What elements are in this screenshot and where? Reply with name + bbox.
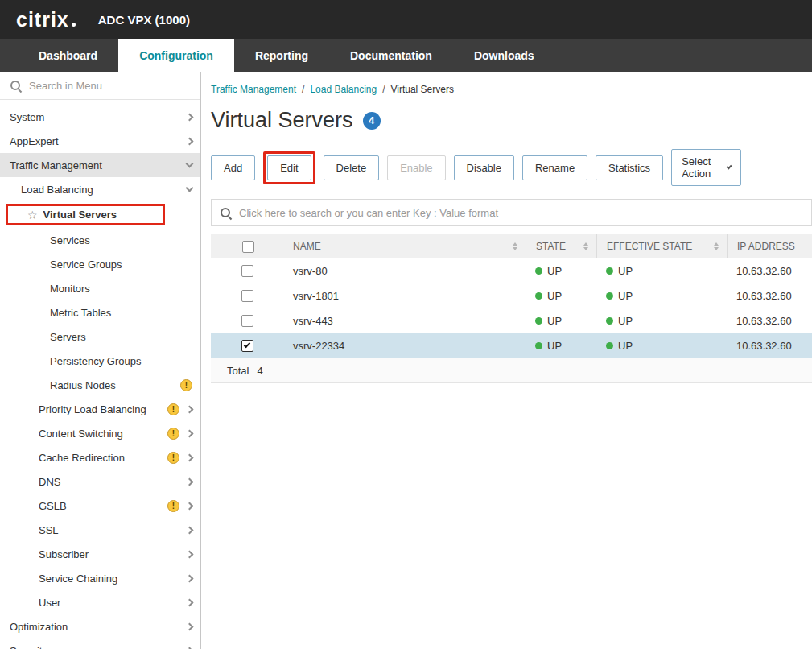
- sidebar-item-security[interactable]: Security: [0, 639, 200, 649]
- cell-ip-address: 10.63.32.60: [727, 265, 812, 277]
- rename-button[interactable]: Rename: [522, 155, 587, 180]
- sidebar-item-label: Servers: [50, 331, 86, 343]
- warning-icon: !: [167, 403, 179, 415]
- sidebar-item-appexpert[interactable]: AppExpert: [0, 129, 200, 153]
- breadcrumb-separator: /: [302, 84, 304, 95]
- tab-documentation[interactable]: Documentation: [329, 39, 453, 72]
- logo-dot-icon: [72, 23, 76, 27]
- search-icon: [220, 207, 232, 219]
- sidebar-item-label: SSL: [39, 524, 59, 536]
- sort-icon: [714, 242, 719, 250]
- row-checkbox[interactable]: [241, 265, 253, 277]
- status-up-dot: [606, 342, 613, 349]
- checkmark-icon: [244, 341, 250, 348]
- chevron-right-icon: [186, 550, 194, 558]
- cell-state: UP: [526, 265, 596, 277]
- menu-search-input[interactable]: Search in Menu: [0, 72, 200, 100]
- tab-configuration[interactable]: Configuration: [118, 39, 234, 72]
- sidebar-item-metric-tables[interactable]: Metric Tables: [0, 300, 200, 324]
- breadcrumb-current: Virtual Servers: [390, 84, 453, 95]
- breadcrumb-separator: /: [382, 84, 385, 95]
- tab-reporting[interactable]: Reporting: [234, 39, 329, 72]
- chevron-down-icon: [186, 160, 194, 168]
- chevron-right-icon: [186, 526, 194, 534]
- select-action-dropdown[interactable]: Select Action: [671, 149, 741, 186]
- caret-down-icon: [726, 163, 732, 169]
- column-label: IP ADDRESS: [737, 241, 795, 252]
- row-checkbox[interactable]: [241, 315, 253, 327]
- sidebar-item-servers[interactable]: Servers: [0, 324, 200, 349]
- cell-state: UP: [526, 315, 596, 327]
- sidebar-item-ssl[interactable]: SSL: [0, 518, 200, 542]
- sidebar-item-dns[interactable]: DNS: [0, 469, 200, 494]
- cell-name: vsrv-22334: [283, 340, 526, 352]
- sidebar-item-monitors[interactable]: Monitors: [0, 276, 200, 300]
- tab-dashboard[interactable]: Dashboard: [18, 39, 118, 72]
- status-up-dot: [535, 292, 542, 300]
- status-up-dot: [606, 267, 613, 275]
- sidebar-item-cache-redirection[interactable]: Cache Redirection!: [0, 445, 200, 469]
- column-header-effective-state[interactable]: EFFECTIVE STATE: [596, 234, 727, 258]
- sidebar-item-priority-load-balancing[interactable]: Priority Load Balancing!: [0, 397, 200, 421]
- sidebar-item-service-groups[interactable]: Service Groups: [0, 252, 200, 276]
- chevron-down-icon: [186, 184, 194, 192]
- sidebar-item-optimization[interactable]: Optimization: [0, 614, 200, 639]
- sidebar-item-services[interactable]: Services: [0, 228, 200, 252]
- table-row-vsrv-1801[interactable]: vsrv-1801UPUP10.63.32.60: [211, 283, 812, 308]
- statistics-button[interactable]: Statistics: [596, 155, 663, 180]
- cell-effective-state: UP: [596, 340, 727, 352]
- delete-button[interactable]: Delete: [324, 155, 380, 180]
- cell-effective-state: UP: [596, 265, 727, 277]
- table-filter-input[interactable]: Click here to search or you can enter Ke…: [211, 199, 812, 226]
- cell-ip-address: 10.63.32.60: [727, 290, 812, 302]
- select-all-checkbox[interactable]: [242, 241, 254, 253]
- chevron-right-icon: [186, 477, 194, 486]
- status-up-dot: [535, 317, 542, 324]
- table-row-vsrv-22334[interactable]: vsrv-22334UPUP10.63.32.60: [211, 333, 812, 358]
- table-row-vsrv-80[interactable]: vsrv-80UPUP10.63.32.60: [211, 258, 812, 283]
- primary-nav: DashboardConfigurationReportingDocumenta…: [0, 39, 812, 72]
- row-checkbox-cell: [211, 333, 283, 358]
- column-label: STATE: [536, 241, 566, 252]
- sidebar-item-traffic-management[interactable]: Traffic Management: [0, 153, 200, 177]
- column-header-state[interactable]: STATE: [526, 234, 596, 258]
- table-row-vsrv-443[interactable]: vsrv-443UPUP10.63.32.60: [211, 308, 812, 333]
- sidebar-item-subscriber[interactable]: Subscriber: [0, 542, 200, 566]
- count-badge: 4: [363, 112, 381, 130]
- tab-downloads[interactable]: Downloads: [453, 39, 555, 72]
- column-label: EFFECTIVE STATE: [607, 241, 692, 252]
- sidebar-item-system[interactable]: System: [0, 105, 200, 129]
- breadcrumb-link-load-balancing[interactable]: Load Balancing: [310, 84, 377, 95]
- sidebar-item-persistency-groups[interactable]: Persistency Groups: [0, 349, 200, 373]
- status-up-dot: [606, 317, 613, 324]
- main-content: Traffic Management/Load Balancing/Virtua…: [201, 72, 812, 649]
- chevron-right-icon: [186, 453, 194, 461]
- add-button[interactable]: Add: [211, 155, 255, 180]
- sidebar-item-label: Optimization: [10, 621, 68, 633]
- nav-tabs: DashboardConfigurationReportingDocumenta…: [18, 39, 555, 72]
- sidebar-menu: SystemAppExpertTraffic ManagementLoad Ba…: [0, 100, 200, 649]
- sidebar-item-content-switching[interactable]: Content Switching!: [0, 421, 200, 445]
- chevron-right-icon: [186, 598, 194, 606]
- sidebar-item-label: Persistency Groups: [50, 355, 141, 367]
- annotation-highlight: Edit: [263, 151, 315, 184]
- sidebar-item-virtual-servers[interactable]: ☆Virtual Servers: [0, 201, 200, 228]
- row-checkbox[interactable]: [241, 290, 253, 302]
- edit-button[interactable]: Edit: [267, 155, 311, 180]
- cell-ip-address: 10.63.32.60: [727, 340, 812, 352]
- sidebar-item-radius-nodes[interactable]: Radius Nodes!: [0, 373, 200, 397]
- cell-effective-state: UP: [596, 290, 727, 302]
- app-window: citrix ADC VPX (1000) DashboardConfigura…: [0, 0, 812, 649]
- sidebar-item-service-chaining[interactable]: Service Chaining: [0, 566, 200, 590]
- status-up-dot: [606, 292, 613, 300]
- state-text: UP: [547, 340, 562, 352]
- disable-button[interactable]: Disable: [454, 155, 514, 180]
- column-header-name[interactable]: NAME: [283, 234, 526, 258]
- sidebar-item-load-balancing[interactable]: Load Balancing: [0, 177, 200, 201]
- cell-state: UP: [526, 290, 596, 302]
- sidebar-item-gslb[interactable]: GSLB!: [0, 494, 200, 518]
- chevron-right-icon: [186, 113, 194, 121]
- breadcrumb-link-traffic-management[interactable]: Traffic Management: [211, 84, 296, 95]
- row-checkbox[interactable]: [241, 340, 253, 352]
- sidebar-item-user[interactable]: User: [0, 590, 200, 614]
